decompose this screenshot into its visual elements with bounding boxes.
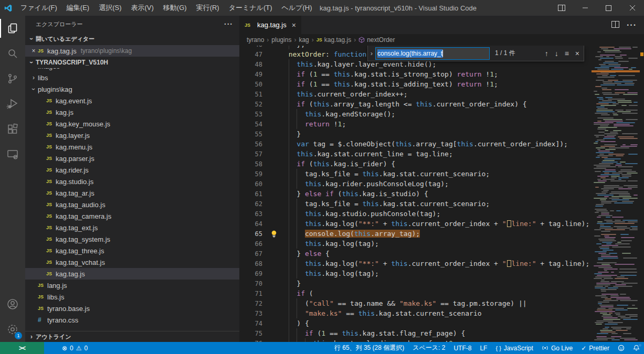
outline-section[interactable]: › アウトライン xyxy=(25,331,239,342)
code-line-58[interactable]: 58 if (this.kag.is_rider) { xyxy=(239,159,592,169)
tree-item-kag.tag_ar.js[interactable]: JSkag.tag_ar.js xyxy=(25,187,239,199)
tree-item-kag.tag.js[interactable]: JSkag.tag.js xyxy=(25,268,239,280)
status-eol[interactable]: LF xyxy=(476,342,491,354)
menu-go[interactable]: 移動(G) xyxy=(159,0,192,16)
code-line-49[interactable]: 49 if (1 == this.kag.stat.is_strong_stop… xyxy=(239,69,592,79)
code-line-72[interactable]: 72 ("call" == tag.name && "make.ks" == t… xyxy=(239,298,592,308)
code-line-59[interactable]: 59 tag.ks_file = this.kag.stat.current_s… xyxy=(239,169,592,179)
find-close-icon[interactable]: × xyxy=(575,49,579,58)
tree-item-clipped[interactable]: ›images xyxy=(25,68,239,72)
breadcrumb-item-kag.tag.js[interactable]: JSkag.tag.js xyxy=(316,36,351,44)
code-line-55[interactable]: 55 } xyxy=(239,129,592,139)
status-prettier[interactable]: ✓Prettier xyxy=(577,342,614,354)
tab-close-icon[interactable]: × xyxy=(292,21,296,29)
code-line-57[interactable]: 57 this.kag.stat.current_line = tag.line… xyxy=(239,149,592,159)
code-line-51[interactable]: 51 this.current_order_index++; xyxy=(239,89,592,99)
code-line-61[interactable]: 61 } else if (this.kag.is_studio) { xyxy=(239,189,592,199)
tree-item-tyrano.css[interactable]: #tyrano.css xyxy=(25,314,239,326)
search-icon[interactable] xyxy=(0,41,25,66)
find-replace-toggle-icon[interactable]: › xyxy=(368,49,375,57)
account-icon[interactable] xyxy=(0,292,25,317)
code-editor[interactable]: 46 },47 nextOrder: function48 this.kag.l… xyxy=(239,46,644,342)
code-line-67[interactable]: 67 } else { xyxy=(239,249,592,259)
code-line-63[interactable]: 63 this.kag.studio.pushConsole(tag); xyxy=(239,209,592,219)
problems-status[interactable]: ⊗ 0 ⚠ 0 xyxy=(62,345,88,352)
tree-item-lang.js[interactable]: JSlang.js xyxy=(25,280,239,291)
tree-item-kag.parser.js[interactable]: JSkag.parser.js xyxy=(25,153,239,164)
code-line-54[interactable]: 54 return !1; xyxy=(239,119,592,129)
menu-run[interactable]: 実行(R) xyxy=(192,0,224,16)
tree-item-clipped[interactable]: JS xyxy=(25,326,239,329)
extensions-icon[interactable] xyxy=(0,116,25,142)
tree-item-kag.tag_three.js[interactable]: JSkag.tag_three.js xyxy=(25,245,239,256)
breadcrumb-item-tyrano[interactable]: tyrano xyxy=(247,36,264,44)
status-encoding[interactable]: UTF-8 xyxy=(449,342,476,354)
editor-more-actions-icon[interactable]: ··· xyxy=(627,20,637,30)
code-line-66[interactable]: 66 this.kag.log(tag); xyxy=(239,239,592,249)
tree-item-tyrano.base.js[interactable]: JStyrano.base.js xyxy=(25,303,239,314)
status-language-mode[interactable]: { }JavaScript xyxy=(491,342,537,354)
breadcrumb-item-plugins[interactable]: plugins xyxy=(271,36,291,44)
code-line-75[interactable]: 75 if (1 == this.kag.stat.flag_ref_page)… xyxy=(239,328,592,338)
workspace-root[interactable]: › TYRANOSCRIPT_V510H xyxy=(25,57,239,68)
lightbulb-icon[interactable] xyxy=(271,230,277,238)
find-input[interactable]: console.log(this.array_t xyxy=(375,47,490,60)
tree-item-kag.menu.js[interactable]: JSkag.menu.js xyxy=(25,141,239,153)
tree-item-images[interactable]: ›images xyxy=(25,68,239,72)
menu-selection[interactable]: 選択(S) xyxy=(94,0,126,16)
status-feedback[interactable] xyxy=(614,342,629,354)
tree-item-kag.tag_system.js[interactable]: JSkag.tag_system.js xyxy=(25,233,239,245)
menu-view[interactable]: 表示(V) xyxy=(126,0,159,16)
status-cursor-position[interactable]: 行 65、列 35 (28 個選択) xyxy=(330,342,408,354)
open-editors-section[interactable]: › 開いているエディター xyxy=(25,33,239,45)
breadcrumb-item-nextOrder[interactable]: nextOrder xyxy=(358,36,395,44)
code-line-73[interactable]: 73 "make.ks" == this.kag.stat.current_sc… xyxy=(239,308,592,318)
remote-explorer-icon[interactable] xyxy=(0,142,25,167)
remote-indicator[interactable]: >< xyxy=(0,342,44,354)
close-button[interactable] xyxy=(620,0,644,16)
code-line-68[interactable]: 68 this.kag.log("**:" + this.current_ord… xyxy=(239,259,592,269)
status-indentation[interactable]: スペース: 2 xyxy=(408,342,449,354)
minimize-button[interactable] xyxy=(573,0,597,16)
status-go-live[interactable]: Go Live xyxy=(537,342,577,354)
code-line-52[interactable]: 52 if (this.array_tag.length <= this.cur… xyxy=(239,99,592,109)
code-line-50[interactable]: 50 if (1 == this.kag.stat.is_adding_text… xyxy=(239,79,592,89)
code-line-71[interactable]: 71 if ( xyxy=(239,288,592,298)
tree-item-kag.rider.js[interactable]: JSkag.rider.js xyxy=(25,164,239,176)
previous-match-icon[interactable]: ↑ xyxy=(545,49,548,58)
maximize-button[interactable] xyxy=(597,0,620,16)
tree-item-kag.event.js[interactable]: JSkag.event.js xyxy=(25,95,239,106)
sidebar-more-actions-icon[interactable]: ··· xyxy=(224,20,233,28)
run-debug-icon[interactable] xyxy=(0,91,25,116)
next-match-icon[interactable]: ↓ xyxy=(555,49,558,58)
tree-item-kag.tag_vchat.js[interactable]: JSkag.tag_vchat.js xyxy=(25,256,239,268)
tree-item-kag.tag_camera.js[interactable]: JSkag.tag_camera.js xyxy=(25,210,239,222)
tree-item-kag.layer.js[interactable]: JSkag.layer.js xyxy=(25,130,239,141)
menu-file[interactable]: ファイル(F) xyxy=(16,0,62,16)
code-line-74[interactable]: 74 ) { xyxy=(239,318,592,328)
menu-edit[interactable]: 編集(E) xyxy=(62,0,94,16)
minimap[interactable] xyxy=(592,46,640,342)
tree-item-kag.tag_ext.js[interactable]: JSkag.tag_ext.js xyxy=(25,222,239,233)
breadcrumb-item-kag[interactable]: kag xyxy=(299,36,309,44)
code-line-76[interactable]: 76 this.kag.tmp.loading_make_ref = !0; xyxy=(239,338,592,342)
code-line-60[interactable]: 60 this.kag.rider.pushConsoleLog(tag); xyxy=(239,179,592,189)
code-line-53[interactable]: 53 this.kag.endStorage(); xyxy=(239,109,592,119)
tree-item-kag.js[interactable]: JSkag.js xyxy=(25,106,239,118)
open-editor-item[interactable]: × JS kag.tag.js tyrano\plugins\kag xyxy=(25,45,239,57)
tree-item-libs.js[interactable]: JSlibs.js xyxy=(25,291,239,303)
status-notifications[interactable] xyxy=(629,342,644,354)
tree-item-clipped[interactable]: JS xyxy=(25,326,239,329)
code-line-69[interactable]: 69 this.kag.log(tag); xyxy=(239,269,592,278)
source-control-icon[interactable] xyxy=(0,66,25,91)
explorer-icon[interactable] xyxy=(0,16,25,41)
code-line-64[interactable]: 64 this.kag.log("**:" + this.current_ord… xyxy=(239,219,592,229)
code-line-56[interactable]: 56 var tag = $.cloneObject(this.array_ta… xyxy=(239,139,592,149)
split-editor-icon[interactable] xyxy=(611,20,619,30)
tab-kag-tag-js[interactable]: JS kag.tag.js × xyxy=(239,16,301,34)
code-line-65[interactable]: 65 console.log(this.array_tag); xyxy=(239,229,592,239)
tree-item-kag.key_mouse.js[interactable]: JSkag.key_mouse.js xyxy=(25,118,239,130)
tree-item-plugins\kag[interactable]: ›plugins\kag xyxy=(25,83,239,95)
tree-item-kag.tag_audio.js[interactable]: JSkag.tag_audio.js xyxy=(25,199,239,210)
tree-item-kag.studio.js[interactable]: JSkag.studio.js xyxy=(25,176,239,187)
